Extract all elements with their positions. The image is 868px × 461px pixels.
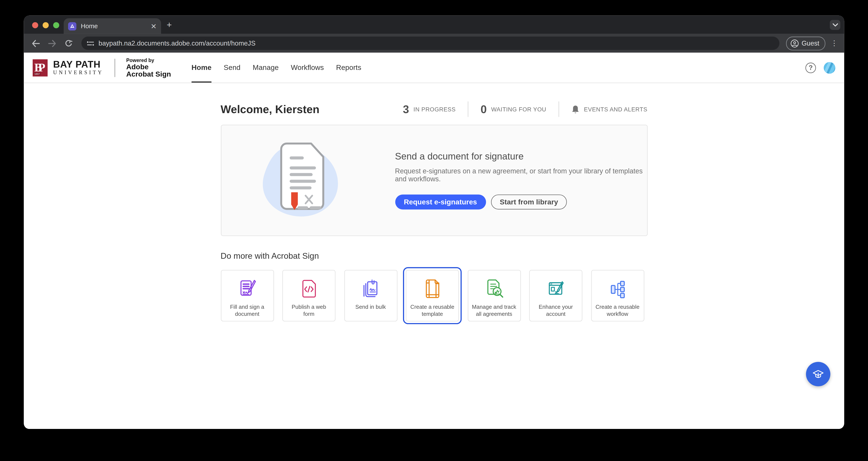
powered-by-label: Powered by <box>126 58 171 63</box>
card-create-template[interactable]: Create a reusable template <box>406 270 459 321</box>
card-create-workflow[interactable]: Create a reusable workflow <box>591 270 644 321</box>
do-more-cards: Fill and sign a document Publish a web f… <box>221 270 647 321</box>
card-publish-web-form[interactable]: Publish a web form <box>282 270 336 321</box>
bell-icon <box>571 105 580 114</box>
card-label: Send in bulk <box>352 303 389 311</box>
profile-label: Guest <box>802 39 819 47</box>
forward-arrow-icon <box>48 39 56 47</box>
chevron-down-icon <box>832 23 838 27</box>
logo-divider <box>115 58 115 77</box>
do-more-heading: Do more with Acrobat Sign <box>221 251 647 260</box>
hero-description: Request e-signatures on a new agreement,… <box>395 167 647 183</box>
stats-row: 3 IN PROGRESS 0 WAITING FOR YOU EVENTS A… <box>403 102 647 117</box>
track-agreements-icon <box>483 278 505 300</box>
help-icon[interactable]: ? <box>805 62 816 73</box>
acrobat-sign-page: BP 1897 BAY PATH UNIVERSITY Powered by A… <box>24 53 844 429</box>
tab-strip: Home ✕ + <box>24 16 844 34</box>
nav-item-send[interactable]: Send <box>224 53 241 83</box>
waiting-count: 0 <box>480 103 487 116</box>
header-right: ? <box>805 62 835 73</box>
in-progress-label: IN PROGRESS <box>413 106 456 113</box>
powered-by-block: Powered by Adobe Acrobat Sign <box>126 58 171 78</box>
learning-fab-button[interactable] <box>806 362 830 386</box>
card-send-in-bulk[interactable]: Send in bulk <box>344 270 397 321</box>
send-bulk-icon <box>360 278 382 300</box>
card-label: Publish a web form <box>283 303 335 318</box>
stat-waiting[interactable]: 0 WAITING FOR YOU <box>480 103 546 116</box>
web-form-icon <box>298 278 320 300</box>
page-title: Welcome, Kiersten <box>221 103 319 116</box>
card-label: Manage and track all agreements <box>468 303 520 318</box>
tab-search-button[interactable] <box>830 20 840 30</box>
baypath-year: 1897 <box>34 72 40 75</box>
profile-button[interactable]: Guest <box>786 36 825 50</box>
request-esignatures-button[interactable]: Request e-signatures <box>395 195 486 209</box>
baypath-name: BAY PATH <box>53 60 103 69</box>
address-bar[interactable]: baypath.na2.documents.adobe.com/account/… <box>82 36 779 50</box>
baypath-logo: BP 1897 BAY PATH UNIVERSITY Powered by A… <box>33 58 171 78</box>
start-from-library-button[interactable]: Start from library <box>491 195 567 209</box>
minimize-window-button[interactable] <box>43 22 49 28</box>
stat-in-progress[interactable]: 3 IN PROGRESS <box>403 103 456 116</box>
tab-title: Home <box>81 23 146 29</box>
new-tab-button[interactable]: + <box>166 21 172 29</box>
events-alerts-label: EVENTS AND ALERTS <box>584 106 647 113</box>
stat-divider <box>468 102 468 117</box>
url-text[interactable]: baypath.na2.documents.adobe.com/account/… <box>98 39 255 47</box>
nav-item-home[interactable]: Home <box>192 53 212 83</box>
card-label: Create a reusable workflow <box>591 303 644 318</box>
card-label: Enhance your account <box>530 303 582 318</box>
welcome-row: Welcome, Kiersten 3 IN PROGRESS 0 WAITIN… <box>221 102 647 117</box>
zoom-window-button[interactable] <box>53 22 59 28</box>
card-enhance-account[interactable]: Enhance your account <box>529 270 583 321</box>
baypath-wordmark: BAY PATH UNIVERSITY <box>53 60 103 76</box>
hero-title: Send a document for signature <box>395 151 647 163</box>
window-controls <box>32 22 59 28</box>
browser-window: Home ✕ + baypath.na2.documents.adobe.com… <box>24 16 844 429</box>
baypath-university: UNIVERSITY <box>53 69 103 76</box>
nav-item-workflows[interactable]: Workflows <box>291 53 324 83</box>
send-document-card: Send a document for signature Request e-… <box>221 125 647 236</box>
enhance-account-icon <box>545 278 567 300</box>
browser-toolbar: baypath.na2.documents.adobe.com/account/… <box>24 34 844 53</box>
tab-home[interactable]: Home ✕ <box>64 19 161 34</box>
fill-sign-icon <box>236 278 258 300</box>
forward-button[interactable] <box>46 37 58 49</box>
user-icon <box>790 39 799 48</box>
browser-menu-button[interactable]: ⋮ <box>830 42 839 44</box>
acrobat-favicon-icon <box>68 22 76 30</box>
hero-buttons: Request e-signatures Start from library <box>395 195 647 209</box>
stat-divider <box>559 102 559 117</box>
waiting-label: WAITING FOR YOU <box>491 106 546 113</box>
back-button[interactable] <box>29 37 41 49</box>
card-manage-track[interactable]: Manage and track all agreements <box>468 270 521 321</box>
close-window-button[interactable] <box>32 22 38 28</box>
user-avatar[interactable] <box>824 62 835 73</box>
acrobat-sign-label: Acrobat Sign <box>126 70 171 78</box>
hero-text: Send a document for signature Request e-… <box>395 151 647 209</box>
main-content: Welcome, Kiersten 3 IN PROGRESS 0 WAITIN… <box>221 83 647 321</box>
refresh-button[interactable] <box>63 37 75 49</box>
app-header: BP 1897 BAY PATH UNIVERSITY Powered by A… <box>24 53 844 83</box>
nav-item-manage[interactable]: Manage <box>253 53 279 83</box>
screen: Home ✕ + baypath.na2.documents.adobe.com… <box>0 0 868 461</box>
in-progress-count: 3 <box>403 103 409 116</box>
card-label: Create a reusable template <box>406 303 458 318</box>
back-arrow-icon <box>31 39 39 47</box>
card-fill-and-sign[interactable]: Fill and sign a document <box>221 270 274 321</box>
tab-close-icon[interactable]: ✕ <box>151 23 157 30</box>
adobe-label: Adobe <box>126 63 171 70</box>
stat-events-alerts[interactable]: EVENTS AND ALERTS <box>571 105 647 114</box>
refresh-icon <box>65 39 72 47</box>
site-settings-icon <box>87 40 94 47</box>
workflow-icon <box>607 278 628 300</box>
nav-item-reports[interactable]: Reports <box>336 53 361 83</box>
card-label: Fill and sign a document <box>221 303 273 318</box>
template-icon <box>421 278 443 300</box>
graduation-cap-icon <box>811 367 825 381</box>
document-illustration <box>252 139 357 222</box>
baypath-monogram-icon: BP 1897 <box>33 59 48 76</box>
main-nav: Home Send Manage Workflows Reports <box>185 53 367 83</box>
